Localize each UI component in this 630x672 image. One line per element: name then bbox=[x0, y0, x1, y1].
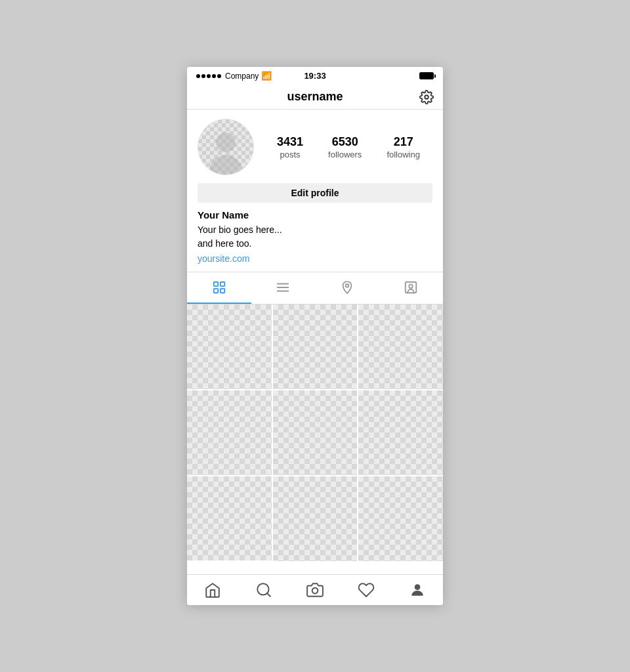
grid-cell-8[interactable] bbox=[273, 476, 358, 561]
avatar bbox=[198, 119, 254, 175]
svg-point-14 bbox=[415, 584, 421, 590]
status-time: 19:33 bbox=[304, 71, 326, 81]
svg-rect-2 bbox=[220, 282, 224, 286]
grid-cell-4[interactable] bbox=[187, 390, 272, 475]
nav-heart[interactable] bbox=[358, 581, 375, 598]
list-icon bbox=[276, 280, 290, 295]
tab-list[interactable] bbox=[251, 272, 316, 304]
avatar-silhouette bbox=[198, 119, 253, 175]
avatar-head bbox=[216, 133, 236, 152]
nav-camera[interactable] bbox=[306, 581, 324, 598]
header-username: username bbox=[287, 90, 343, 104]
stats-container: 3431 posts 6530 followers 217 following bbox=[264, 135, 432, 159]
settings-button[interactable] bbox=[419, 90, 434, 104]
avatar-body bbox=[209, 155, 242, 175]
following-label: following bbox=[387, 150, 420, 159]
svg-line-12 bbox=[267, 593, 270, 597]
posts-label: posts bbox=[280, 150, 300, 159]
edit-profile-button[interactable]: Edit profile bbox=[198, 183, 432, 203]
profile-name: Your Name bbox=[198, 209, 432, 220]
signal-dot-1 bbox=[196, 74, 200, 78]
posts-stat[interactable]: 3431 posts bbox=[277, 135, 303, 159]
nav-home[interactable] bbox=[204, 581, 221, 598]
battery-icon bbox=[419, 72, 434, 79]
tab-location[interactable] bbox=[315, 272, 379, 304]
heart-icon bbox=[358, 581, 375, 598]
profile-info: Your Name Your bio goes here... and here… bbox=[198, 209, 432, 264]
signal-dot-2 bbox=[201, 74, 205, 78]
photo-grid bbox=[187, 304, 443, 560]
profile-header: username bbox=[187, 85, 443, 110]
tab-tagged[interactable] bbox=[379, 272, 444, 304]
signal-dot-4 bbox=[212, 74, 216, 78]
profile-link[interactable]: yoursite.com bbox=[198, 253, 432, 264]
bottom-nav bbox=[187, 574, 443, 605]
grid-cell-6[interactable] bbox=[358, 390, 443, 475]
tab-grid[interactable] bbox=[187, 272, 251, 304]
nav-search[interactable] bbox=[255, 581, 272, 598]
followers-count: 6530 bbox=[332, 135, 358, 150]
profile-section: 3431 posts 6530 followers 217 following … bbox=[187, 110, 443, 272]
following-count: 217 bbox=[394, 135, 413, 150]
status-left: Company 📶 bbox=[196, 71, 272, 81]
following-stat[interactable]: 217 following bbox=[387, 135, 420, 159]
grid-cell-9[interactable] bbox=[358, 476, 443, 561]
grid-cell-2[interactable] bbox=[273, 304, 358, 389]
grid-cell-5[interactable] bbox=[273, 390, 358, 475]
profile-top: 3431 posts 6530 followers 217 following bbox=[198, 119, 432, 175]
svg-rect-3 bbox=[214, 289, 218, 293]
signal-dots bbox=[196, 74, 221, 78]
svg-rect-4 bbox=[220, 289, 224, 293]
svg-point-8 bbox=[345, 284, 348, 287]
wifi-icon: 📶 bbox=[261, 71, 272, 81]
signal-dot-5 bbox=[217, 74, 221, 78]
battery-fill bbox=[420, 73, 433, 79]
content-tabs bbox=[187, 272, 443, 304]
svg-point-13 bbox=[312, 587, 318, 593]
svg-rect-1 bbox=[214, 282, 218, 286]
avatar-container bbox=[198, 119, 254, 175]
tagged-icon bbox=[404, 280, 418, 295]
nav-profile[interactable] bbox=[409, 581, 426, 598]
profile-bio: Your bio goes here... and here too. bbox=[198, 223, 432, 251]
svg-point-0 bbox=[425, 95, 429, 99]
camera-icon bbox=[306, 581, 324, 598]
followers-stat[interactable]: 6530 followers bbox=[328, 135, 362, 159]
grid-icon bbox=[212, 280, 226, 295]
status-bar: Company 📶 19:33 bbox=[187, 67, 443, 85]
signal-dot-3 bbox=[207, 74, 211, 78]
gear-icon bbox=[419, 90, 434, 104]
followers-label: followers bbox=[328, 150, 362, 159]
carrier-label: Company bbox=[225, 72, 259, 81]
grid-cell-3[interactable] bbox=[358, 304, 443, 389]
location-icon bbox=[340, 280, 354, 295]
search-icon bbox=[255, 581, 272, 598]
phone-frame: Company 📶 19:33 username bbox=[187, 67, 443, 604]
spacer bbox=[187, 561, 443, 574]
posts-count: 3431 bbox=[277, 135, 303, 150]
profile-icon bbox=[409, 581, 426, 598]
grid-cell-7[interactable] bbox=[187, 476, 272, 561]
grid-cell-1[interactable] bbox=[187, 304, 272, 389]
svg-point-10 bbox=[410, 285, 413, 289]
home-icon bbox=[204, 581, 221, 598]
